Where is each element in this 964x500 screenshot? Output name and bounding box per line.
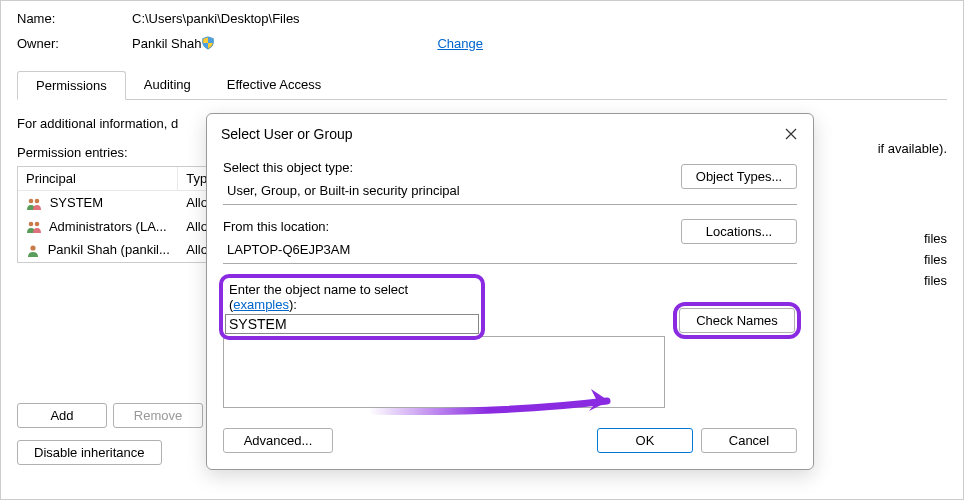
dialog-title: Select User or Group: [221, 126, 353, 142]
enter-label-suffix: ):: [289, 297, 297, 312]
check-names-highlight: Check Names: [677, 306, 797, 335]
table-row[interactable]: SYSTEM Allo: [18, 191, 236, 215]
enter-name-highlight: Enter the object name to select (example…: [223, 278, 481, 336]
permission-table: Principal Typ SYSTEM Allo Administrators…: [17, 166, 237, 263]
person-icon: [26, 244, 40, 258]
table-row[interactable]: Administrators (LA... Allo: [18, 215, 236, 239]
examples-link[interactable]: examples: [233, 297, 289, 312]
principal-name: Pankil Shah (pankil...: [48, 242, 170, 257]
enter-name-label: Enter the object name to select (example…: [225, 280, 479, 314]
tabs: Permissions Auditing Effective Access: [17, 71, 947, 100]
ok-button[interactable]: OK: [597, 428, 693, 453]
owner-label: Owner:: [17, 36, 132, 51]
check-names-button[interactable]: Check Names: [679, 308, 795, 333]
object-types-button[interactable]: Object Types...: [681, 164, 797, 189]
add-button[interactable]: Add: [17, 403, 107, 428]
svg-point-2: [29, 222, 34, 227]
table-row[interactable]: Pankil Shah (pankil... Allo: [18, 238, 236, 262]
close-icon[interactable]: [779, 122, 803, 146]
svg-point-0: [29, 198, 34, 203]
owner-value: Pankil Shah: [132, 36, 201, 51]
overflow-item: files: [924, 252, 947, 267]
name-value: C:\Users\panki\Desktop\Files: [132, 11, 300, 26]
principal-name: Administrators (LA...: [49, 219, 167, 234]
locations-button[interactable]: Locations...: [681, 219, 797, 244]
tab-auditing[interactable]: Auditing: [126, 71, 209, 99]
overflow-text: files files files: [924, 231, 947, 294]
object-textarea[interactable]: [223, 336, 665, 408]
name-label: Name:: [17, 11, 132, 26]
overflow-item: files: [924, 231, 947, 246]
svg-point-3: [35, 222, 40, 227]
change-owner-link[interactable]: Change: [437, 36, 483, 51]
select-user-group-dialog: Select User or Group Object Types... Sel…: [206, 113, 814, 470]
people-icon: [26, 197, 42, 211]
remove-button[interactable]: Remove: [113, 403, 203, 428]
svg-point-1: [35, 198, 40, 203]
principal-name: SYSTEM: [50, 195, 103, 210]
cancel-button[interactable]: Cancel: [701, 428, 797, 453]
people-icon: [26, 220, 42, 234]
object-name-input[interactable]: [225, 314, 479, 334]
tab-effective-access[interactable]: Effective Access: [209, 71, 339, 99]
shield-icon: [201, 36, 215, 50]
col-principal[interactable]: Principal: [18, 167, 178, 190]
tab-permissions[interactable]: Permissions: [17, 71, 126, 100]
disable-inheritance-button[interactable]: Disable inheritance: [17, 440, 162, 465]
svg-point-4: [30, 245, 35, 250]
advanced-button[interactable]: Advanced...: [223, 428, 333, 453]
info-tail: if available).: [878, 141, 947, 156]
overflow-item: files: [924, 273, 947, 288]
